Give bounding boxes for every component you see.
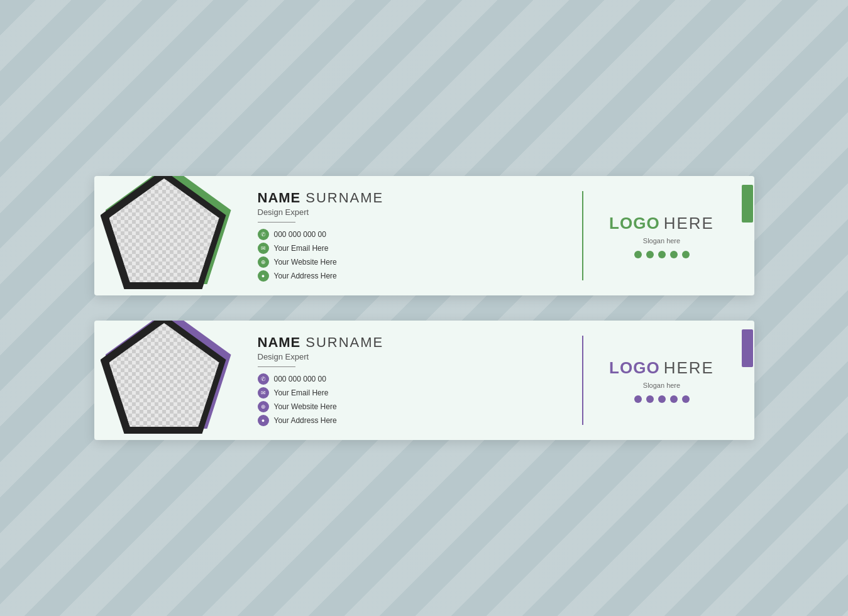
- slogan: Slogan here: [643, 382, 680, 389]
- dot-2: [646, 395, 654, 403]
- card-info: NAME SURNAME Design Expert ✆ 000 000 000…: [245, 321, 583, 440]
- slogan: Slogan here: [643, 237, 680, 245]
- social-dots: [634, 395, 690, 403]
- logo-bold: LOGO: [609, 214, 660, 233]
- first-name: NAME: [258, 334, 301, 351]
- website-text: Your Website Here: [274, 258, 337, 267]
- card-photo-area: [94, 176, 245, 295]
- job-title: Design Expert: [258, 352, 583, 361]
- phone-icon: ✆: [258, 373, 269, 385]
- email-text: Your Email Here: [274, 388, 329, 397]
- horizontal-divider: [258, 222, 295, 223]
- logo-light: HERE: [664, 214, 714, 233]
- phone-text: 000 000 000 00: [274, 230, 326, 239]
- phone-text: 000 000 000 00: [274, 375, 326, 383]
- logo-area: LOGO HERE Slogan here: [583, 321, 741, 440]
- email-text: Your Email Here: [274, 244, 329, 253]
- dot-1: [634, 251, 642, 258]
- dot-2: [646, 251, 654, 258]
- location-icon: ●: [258, 415, 269, 426]
- dot-5: [682, 251, 690, 258]
- accent-rect: [742, 329, 753, 367]
- name-row: NAME SURNAME: [258, 190, 583, 206]
- address-text: Your Address Here: [274, 416, 337, 425]
- dot-3: [658, 395, 666, 403]
- horizontal-divider: [258, 366, 295, 368]
- first-name: NAME: [258, 190, 301, 206]
- address-text: Your Address Here: [274, 272, 337, 280]
- accent-rect: [742, 185, 753, 223]
- website-item: ⊕ Your Website Here: [258, 256, 583, 268]
- website-item: ⊕ Your Website Here: [258, 401, 583, 412]
- address-item: ● Your Address Here: [258, 415, 583, 426]
- email-icon: ✉: [258, 243, 269, 254]
- dot-1: [634, 395, 642, 403]
- website-text: Your Website Here: [274, 402, 337, 411]
- right-accent-bar: [741, 321, 754, 440]
- contact-list: ✆ 000 000 000 00 ✉ Your Email Here ⊕ You…: [258, 229, 583, 282]
- name-row: NAME SURNAME: [258, 334, 583, 351]
- card-photo-area: [94, 321, 245, 440]
- dot-4: [670, 251, 678, 258]
- card-purple: NAME SURNAME Design Expert ✆ 000 000 000…: [94, 321, 754, 440]
- last-name: SURNAME: [306, 334, 383, 351]
- dot-4: [670, 395, 678, 403]
- email-item: ✉ Your Email Here: [258, 387, 583, 399]
- social-dots: [634, 251, 690, 258]
- logo-bold: LOGO: [609, 358, 660, 378]
- location-icon: ●: [258, 270, 269, 282]
- globe-icon: ⊕: [258, 401, 269, 412]
- phone-icon: ✆: [258, 229, 269, 240]
- dot-5: [682, 395, 690, 403]
- job-title: Design Expert: [258, 207, 583, 217]
- dot-3: [658, 251, 666, 258]
- phone-item: ✆ 000 000 000 00: [258, 229, 583, 240]
- contact-list: ✆ 000 000 000 00 ✉ Your Email Here ⊕ You…: [258, 373, 583, 426]
- logo-text: LOGO HERE: [609, 358, 714, 378]
- email-icon: ✉: [258, 387, 269, 399]
- right-accent-bar: [741, 176, 754, 295]
- phone-item: ✆ 000 000 000 00: [258, 373, 583, 385]
- card-info: NAME SURNAME Design Expert ✆ 000 000 000…: [245, 176, 583, 295]
- globe-icon: ⊕: [258, 256, 269, 268]
- card-green: NAME SURNAME Design Expert ✆ 000 000 000…: [94, 176, 754, 295]
- email-item: ✉ Your Email Here: [258, 243, 583, 254]
- logo-text: LOGO HERE: [609, 214, 714, 233]
- logo-light: HERE: [664, 358, 714, 378]
- last-name: SURNAME: [306, 190, 383, 206]
- logo-area: LOGO HERE Slogan here: [583, 176, 741, 295]
- address-item: ● Your Address Here: [258, 270, 583, 282]
